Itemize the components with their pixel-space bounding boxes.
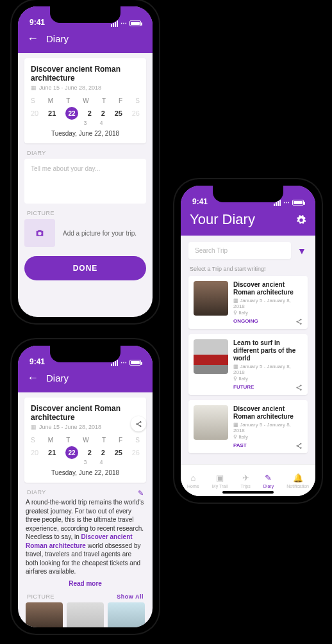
trip-card-dates: ▦ January 5 - January 8, 2018: [233, 422, 303, 433]
home-icon: ⌂: [187, 473, 199, 483]
trip-card-status: ONGOING: [233, 318, 303, 324]
selected-date-label: Tuesday, June 22, 2018: [31, 469, 140, 476]
calendar-icon: ▦: [233, 422, 238, 428]
trip-card[interactable]: Discover ancient Roman architecture▦ Jan…: [188, 276, 308, 329]
svg-point-3: [300, 385, 301, 386]
back-icon[interactable]: ←: [27, 32, 38, 45]
svg-point-8: [300, 447, 301, 449]
svg-point-6: [300, 443, 301, 444]
status-time: 9:41: [29, 357, 45, 366]
calendar-icon: ▦: [31, 424, 37, 430]
trip-title: Discover ancient Roman architecture: [31, 404, 140, 422]
svg-point-1: [297, 321, 298, 323]
trip-image: [194, 281, 228, 316]
location-icon: ⚲: [233, 310, 237, 316]
trip-card-title: Discover ancient Roman architecture: [233, 281, 303, 296]
picture-section-label: PICTURE: [27, 210, 144, 216]
status-bar: 9:41 ⋯: [18, 346, 153, 367]
diary-section-label: DIARY ✎: [27, 489, 144, 495]
svg-point-9: [140, 421, 141, 423]
trip-calendar-card: Discover ancient Roman architecture ▦ Ju…: [24, 398, 146, 483]
calendar-icon: ▦: [31, 85, 37, 91]
trip-card-dates: ▦ January 5 - January 8, 2018: [233, 298, 303, 309]
picture-thumb[interactable]: [67, 602, 104, 628]
diary-body: A round-the-world trip remains the world…: [26, 498, 145, 576]
back-icon[interactable]: ←: [27, 371, 38, 385]
show-all-button[interactable]: Show All: [117, 593, 144, 600]
trip-card-title: Discover ancient Roman architecture: [233, 405, 303, 421]
diary-section-label: DIARY: [27, 150, 144, 156]
trip-card-dates: ▦ January 5 - January 8, 2018: [233, 364, 303, 375]
date-row[interactable]: 20 21 22 2 2 25 26: [31, 107, 140, 120]
location-icon: ⚲: [233, 376, 237, 382]
share-button[interactable]: [131, 416, 146, 431]
picture-section-label: PICTURE Show All: [27, 593, 144, 600]
share-icon[interactable]: [295, 317, 303, 325]
svg-point-11: [140, 425, 141, 426]
status-bar: 9:41 ⋯: [18, 6, 153, 28]
nav-item-notification[interactable]: 🔔Notification: [286, 473, 309, 488]
picture-thumb[interactable]: [26, 602, 63, 628]
list-hint: Select a Trip and start writing!: [190, 266, 306, 272]
share-icon[interactable]: [295, 441, 303, 449]
share-icon: [135, 421, 142, 428]
trip-card[interactable]: Learn to surf in different parts of the …: [188, 334, 308, 395]
trip-card-location: ⚲ Italy: [233, 376, 303, 382]
selected-date[interactable]: 22: [65, 446, 78, 459]
picture-row: [26, 602, 145, 628]
nav-item-trips[interactable]: ✈Trips: [240, 473, 250, 488]
share-icon[interactable]: [295, 383, 303, 391]
svg-point-10: [136, 423, 137, 424]
trips-icon: ✈: [240, 473, 250, 483]
trip-calendar-card: Discover ancient Roman architecture ▦ Ju…: [24, 58, 146, 143]
picture-hint: Add a picture for your trip.: [63, 230, 137, 237]
trip-title: Discover ancient Roman architecture: [31, 65, 140, 83]
trip-card-location: ⚲ Italy: [233, 434, 303, 440]
diary-textarea[interactable]: Tell me about your day...: [24, 159, 146, 204]
read-more-button[interactable]: Read more: [18, 580, 153, 587]
done-button[interactable]: DONE: [24, 256, 146, 280]
status-bar: 9:41 ⋯: [181, 186, 315, 207]
svg-point-4: [297, 387, 298, 389]
notification-icon: 🔔: [286, 473, 309, 483]
trip-card-status: PAST: [233, 442, 303, 448]
nav-item-diary[interactable]: ✎Diary: [263, 473, 274, 488]
page-title: Your Diary: [190, 211, 255, 228]
trip-card-status: FUTURE: [233, 384, 303, 390]
status-time: 9:41: [29, 18, 45, 27]
weekday-row: S M T W T F S: [31, 97, 140, 104]
trip-card-location: ⚲ Italy: [233, 310, 303, 316]
status-time: 9:41: [192, 197, 208, 206]
search-input[interactable]: Search Trip: [188, 242, 291, 259]
svg-point-0: [300, 319, 301, 320]
diary-icon: ✎: [263, 473, 274, 483]
home-indicator: [222, 491, 274, 494]
svg-point-5: [300, 389, 301, 390]
edit-icon[interactable]: ✎: [138, 489, 144, 497]
trip-dates: ▦ June 15 - June 28, 2018: [31, 85, 140, 91]
location-icon: ⚲: [233, 434, 237, 440]
svg-point-2: [300, 323, 301, 325]
picture-thumb[interactable]: [108, 602, 145, 628]
selected-date[interactable]: 22: [65, 107, 78, 120]
calendar-icon: ▦: [233, 364, 238, 369]
gear-icon[interactable]: [296, 214, 306, 225]
nav-item-my-trail[interactable]: ▣My Trail: [212, 473, 228, 488]
status-icons: ⋯: [111, 20, 141, 27]
trip-card-title: Learn to surf in different parts of the …: [233, 339, 303, 362]
nav-item-home[interactable]: ⌂Home: [187, 473, 199, 488]
selected-date-label: Tuesday, June 22, 2018: [31, 130, 140, 137]
trip-image: [194, 339, 228, 374]
trip-card[interactable]: Discover ancient Roman architecture▦ Jan…: [188, 400, 308, 453]
page-title: Diary: [46, 373, 69, 383]
svg-point-7: [297, 446, 298, 447]
calendar-icon: ▦: [233, 298, 238, 303]
page-title: Diary: [46, 33, 69, 44]
my trail-icon: ▣: [212, 473, 228, 483]
camera-icon: [35, 228, 45, 238]
trip-image: [194, 405, 228, 440]
trip-dates: ▦ June 15 - June 28, 2018: [31, 424, 140, 430]
add-picture-button[interactable]: [24, 219, 55, 247]
filter-icon[interactable]: ▼: [296, 246, 308, 256]
